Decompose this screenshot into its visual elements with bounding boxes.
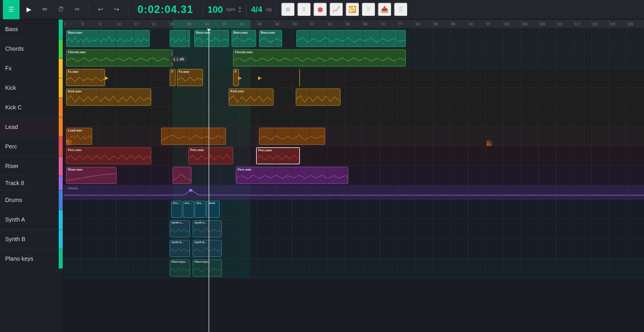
tracks-scroll[interactable]: -1.1 dB Bass.wav — [63, 29, 644, 332]
track-label-lead[interactable]: Lead — [0, 117, 63, 137]
cursor-tool-button[interactable]: ▶ — [22, 3, 36, 16]
grid-line — [591, 68, 592, 87]
clip-fx-1[interactable]: Fx.wav — [66, 69, 105, 86]
track-row-perc[interactable]: Perc.wav Perc.wav — [63, 146, 644, 166]
track-label-kick[interactable]: Kick — [0, 78, 63, 98]
clip-kick-3[interactable] — [296, 89, 340, 106]
record-button[interactable]: ⏺ — [313, 3, 327, 16]
clip-riser-2[interactable] — [173, 167, 191, 184]
envelope-button[interactable]: 📈 — [329, 3, 343, 16]
clip-synthb-1[interactable]: Synth B... — [170, 240, 190, 257]
grid-line — [415, 127, 416, 146]
mixer-button[interactable]: 🎚 — [362, 3, 376, 16]
stop-button[interactable]: ⏹ — [281, 3, 295, 16]
track-label-kickc[interactable]: Kick C — [0, 98, 63, 117]
grid-line — [468, 219, 468, 238]
undo-button[interactable]: ↩ — [94, 3, 107, 16]
arrange-button[interactable]: 🎛 — [394, 3, 408, 16]
clip-drums-2[interactable]: Drum| — [183, 201, 194, 218]
fade-out-handle[interactable] — [487, 140, 492, 146]
track-row-syntha[interactable]: Synth A... Synth A... — [63, 219, 644, 239]
track-row-kick[interactable]: Kick.wav Kick.wav — [63, 87, 644, 107]
clip-lead-2[interactable] — [161, 128, 226, 145]
grid-line — [345, 219, 345, 238]
track-label-synthb[interactable]: Synth B — [0, 230, 63, 249]
pencil-tool-button[interactable]: ✏ — [38, 3, 52, 16]
fx-clip-line — [299, 69, 300, 86]
track-label-bass[interactable]: Bass — [0, 20, 63, 39]
track-row-riser[interactable]: Riser.wav — [63, 166, 644, 185]
clip-kick-1[interactable]: Kick.wav — [66, 89, 151, 106]
track-label-chords[interactable]: Chords — [0, 39, 63, 59]
track-row-fx[interactable]: Fx.wav F Fx.wav — [63, 68, 644, 87]
track-row-lead[interactable]: Lead.wav — [63, 127, 644, 146]
clip-chords-1[interactable]: Chords.wav — [66, 49, 173, 66]
track-row-kickc[interactable] — [63, 107, 644, 127]
grid-line — [222, 68, 222, 87]
hamburger-menu[interactable]: ☰ — [3, 0, 20, 19]
clip-bass-1[interactable]: Bass.wav — [66, 30, 150, 47]
loop-button[interactable]: 🔁 — [346, 3, 359, 16]
clip-perc-2[interactable]: Perc.wav — [188, 147, 233, 164]
track-label-syntha[interactable]: Synth A — [0, 210, 63, 230]
track-row-track8[interactable]: Volume — [63, 185, 644, 200]
clip-syntha-2[interactable]: Synth A... — [193, 220, 222, 237]
grid-line — [591, 200, 592, 219]
clip-bass-5[interactable]: Bass.wav — [259, 30, 282, 47]
track-color-synthb — [59, 230, 63, 249]
clip-plano-1[interactable]: Plano keys... — [170, 260, 190, 276]
grid-line — [275, 87, 275, 107]
clip-drums-4[interactable]: Drum — [207, 201, 220, 218]
grid-line — [81, 68, 81, 87]
clip-plano-2[interactable]: Plano keys... — [193, 260, 222, 276]
clip-drums-1[interactable]: Drum| — [171, 201, 182, 218]
clip-fx-4[interactable]: F — [233, 69, 239, 86]
send-button[interactable]: 📤 — [378, 3, 392, 16]
grid-line — [310, 68, 310, 87]
track-row-drums[interactable]: Drum| Drum| Drum| Drum — [63, 200, 644, 219]
grid-line — [169, 127, 169, 146]
grid-line — [468, 166, 468, 185]
grid-line — [275, 127, 275, 146]
track-label-drums[interactable]: Drums — [0, 190, 63, 210]
clip-perc-3[interactable]: Perc.wav — [256, 147, 300, 164]
track-row-bass[interactable]: Bass.wav Bass.wav — [63, 29, 644, 48]
clip-bass-2[interactable] — [170, 30, 190, 47]
grid-line — [239, 185, 240, 199]
bpm-arrows[interactable]: ▲▼ — [238, 5, 242, 14]
track-row-chords[interactable]: Chords.wav Chords.wav — [63, 48, 644, 68]
timer-button[interactable]: ⏱ — [54, 3, 68, 16]
clip-kick-2[interactable]: Kick.wav — [229, 89, 273, 106]
clip-bass-6[interactable] — [296, 30, 406, 47]
clip-bass-3[interactable]: Bass.wav — [194, 30, 229, 47]
track-row-synthb[interactable]: Synth B... Synth B... — [63, 239, 644, 258]
track-label-riser[interactable]: Riser — [0, 157, 63, 176]
grid-line — [503, 127, 504, 146]
clip-perc-1[interactable]: Perc.wav — [66, 147, 151, 164]
grid-line — [222, 127, 222, 146]
clip-riser-1[interactable]: Riser.wav — [66, 167, 117, 184]
redo-button[interactable]: ↪ — [110, 3, 123, 16]
track-label-track8[interactable]: Track 8 — [0, 176, 63, 190]
track-label-perc[interactable]: Perc — [0, 137, 63, 157]
grid-line — [521, 166, 521, 185]
grid-line — [222, 185, 222, 199]
grid-line — [433, 107, 433, 126]
stop-icon: ⏹ — [285, 6, 291, 13]
grid-line — [257, 200, 257, 219]
clip-bass-4[interactable]: Bass.wav — [232, 30, 256, 47]
track-label-fx[interactable]: Fx — [0, 59, 63, 78]
fade-in-handle[interactable] — [66, 140, 72, 146]
scissors-button[interactable]: ✂ — [70, 3, 84, 16]
grid-line — [573, 146, 574, 165]
ruler-tick-45: 45 — [257, 20, 262, 28]
track-label-plano[interactable]: Plano keys — [0, 249, 63, 269]
clip-syntha-1[interactable]: Synth A... — [170, 220, 190, 237]
grid-line — [81, 166, 81, 185]
clip-synthb-2[interactable]: Synth B... — [193, 240, 222, 257]
clip-fx-3[interactable]: Fx.wav — [177, 69, 203, 86]
pause-button[interactable]: ⏸ — [297, 3, 311, 16]
track-row-plano[interactable]: Plano keys... Plano keys... — [63, 258, 644, 278]
clip-fx-2[interactable]: F — [170, 69, 176, 86]
grid-line — [239, 219, 240, 238]
